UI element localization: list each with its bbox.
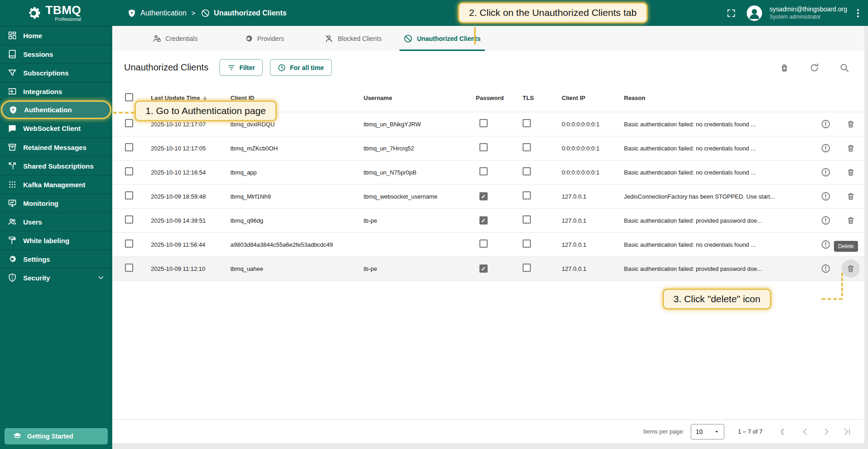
dashboard-icon <box>8 31 17 40</box>
breadcrumb-item[interactable]: Authentication > <box>127 9 196 18</box>
table-row[interactable]: 2025-10-09 14:39:51 tbmq_q96dg tb-pe 127… <box>112 209 864 233</box>
reason-details-button[interactable] <box>817 115 835 133</box>
sidebar-item-label: Sessions <box>23 50 53 58</box>
sidebar-item[interactable]: Users <box>0 212 112 231</box>
column-password[interactable]: Password <box>476 95 504 101</box>
tab-label: Credentials <box>165 35 198 42</box>
sidebar-item[interactable]: Shared Subscriptions <box>0 156 112 175</box>
sidebar-item-label: Security <box>23 274 50 282</box>
table-row[interactable]: 2025-10-09 18:59:48 tbmq_Mlrf1Nh9 tbmq_w… <box>112 185 864 209</box>
sidebar-item[interactable]: White labeling <box>0 231 112 249</box>
block-icon <box>404 34 413 43</box>
reason-details-button[interactable] <box>817 139 835 157</box>
chevron-down-icon <box>97 274 105 282</box>
cell-reason: Basic authentication failed: no credenti… <box>624 169 815 176</box>
sidebar-item[interactable]: Integrations <box>0 82 112 100</box>
sidebar-item[interactable]: Kafka Management <box>0 175 112 194</box>
delete-row-button[interactable] <box>842 187 860 205</box>
sidebar-item[interactable]: Retained Messages <box>0 138 112 156</box>
sidebar-item[interactable]: Monitoring <box>0 194 112 212</box>
reason-details-button[interactable] <box>817 163 835 181</box>
page-title: Unauthorized Clients <box>124 62 209 73</box>
cell-client-id: tbmq_Mlrf1Nh9 <box>230 193 364 200</box>
row-checkbox[interactable] <box>125 239 133 248</box>
refresh-button[interactable] <box>806 60 823 76</box>
credentials-icon <box>152 34 161 43</box>
delete-row-button[interactable] <box>842 211 860 229</box>
sidebar-item[interactable]: WebSocket Client <box>0 119 112 138</box>
page-size-select[interactable]: 10 <box>691 424 724 439</box>
delete-row-button[interactable] <box>842 163 860 181</box>
trash-icon <box>846 120 855 129</box>
row-checkbox[interactable] <box>125 264 133 272</box>
table-row[interactable]: 2025-10-10 12:16:54 tbmq_app tbmq_un_N75… <box>112 160 864 185</box>
callout-step3: 3. Click "delete" icon <box>663 289 771 309</box>
row-checkbox[interactable] <box>125 143 133 151</box>
table-row[interactable]: 2025-10-09 11:56:44 a9803d84a3844c55a6e2… <box>112 233 864 257</box>
app-edition: Professional <box>55 17 81 22</box>
sidebar-item[interactable]: Security <box>0 268 112 287</box>
select-all-checkbox[interactable] <box>125 93 133 101</box>
tab-label: Providers <box>257 35 284 42</box>
fullscreen-icon[interactable] <box>723 5 739 21</box>
delete-row-button[interactable] <box>842 115 860 133</box>
cell-reason: Basic authentication failed: no credenti… <box>624 241 815 248</box>
sidebar-item[interactable]: Settings <box>0 249 112 268</box>
cell-client-ip: 0:0:0:0:0:0:0:1 <box>562 145 624 152</box>
app-logo[interactable]: TBMQ Professional <box>0 4 112 22</box>
search-button[interactable] <box>836 60 853 76</box>
avatar[interactable] <box>747 5 762 21</box>
tab[interactable]: Blocked Clients <box>309 26 398 51</box>
column-reason[interactable]: Reason <box>624 95 815 101</box>
tab[interactable]: Credentials <box>130 26 219 51</box>
next-page-button[interactable] <box>821 426 832 437</box>
reason-details-button[interactable] <box>817 259 835 278</box>
sidebar-item[interactable]: Subscriptions <box>0 63 112 82</box>
first-page-button[interactable] <box>779 426 790 437</box>
column-client-ip[interactable]: Client IP <box>562 95 624 101</box>
cell-reason: Basic authentication failed: no credenti… <box>624 121 815 128</box>
last-page-button[interactable] <box>842 426 853 437</box>
row-checkbox[interactable] <box>125 119 133 127</box>
prev-page-button[interactable] <box>800 426 811 437</box>
sidebar-item[interactable]: Home <box>0 26 112 45</box>
tab[interactable]: Unauthorized Clients <box>398 26 487 51</box>
tab[interactable]: Providers <box>219 26 309 51</box>
table-row[interactable]: 2025-10-10 12:17:05 tbmq_mZKcb0OH tbmq_u… <box>112 136 864 160</box>
breadcrumb-item[interactable]: Unauthorized Clients <box>201 9 287 18</box>
sidebar-item-label: Integrations <box>23 88 62 95</box>
sidebar-item-label: Shared Subscriptions <box>23 162 94 170</box>
column-tls[interactable]: TLS <box>523 95 534 101</box>
getting-started-button[interactable]: Getting Started <box>5 428 108 444</box>
password-checkbox <box>479 216 488 224</box>
password-checkbox <box>479 143 488 151</box>
reason-details-button[interactable] <box>817 187 835 205</box>
cell-client-ip: 127.0.0.1 <box>562 241 624 248</box>
row-checkbox[interactable] <box>125 191 133 200</box>
reason-details-button[interactable] <box>817 211 835 229</box>
cell-username: tb-pe <box>364 217 476 224</box>
row-checkbox[interactable] <box>125 215 133 224</box>
filter-button[interactable]: Filter <box>219 59 263 76</box>
sidebar-item[interactable]: Authentication <box>1 100 111 119</box>
tls-checkbox <box>523 191 531 200</box>
tab-bar: Credentials Providers Blocked Clients <box>112 26 864 51</box>
delete-row-button[interactable] <box>842 139 860 157</box>
column-username[interactable]: Username <box>364 95 476 101</box>
sidebar-item[interactable]: Sessions <box>0 45 112 63</box>
more-menu-icon[interactable] <box>854 7 862 19</box>
user-role: System administrator <box>769 14 847 20</box>
tls-checkbox <box>523 119 531 127</box>
delete-row-button[interactable] <box>842 259 860 278</box>
sidebar-item-label: Subscriptions <box>23 69 69 77</box>
reason-details-button[interactable] <box>817 235 835 254</box>
app-name: TBMQ <box>45 4 81 16</box>
delete-all-button[interactable] <box>776 60 793 76</box>
table-row[interactable]: 2025-10-09 11:12:10 tbmq_uahee tb-pe 127… <box>112 257 864 281</box>
time-range-button[interactable]: For all time <box>270 59 332 76</box>
password-checkbox <box>479 192 488 200</box>
cell-client-id: tbmq_dvxlRDQU <box>230 121 364 128</box>
tab-label: Blocked Clients <box>338 35 382 42</box>
row-checkbox[interactable] <box>125 167 133 175</box>
cell-reason: Basic authentication failed: provided pa… <box>624 265 815 272</box>
